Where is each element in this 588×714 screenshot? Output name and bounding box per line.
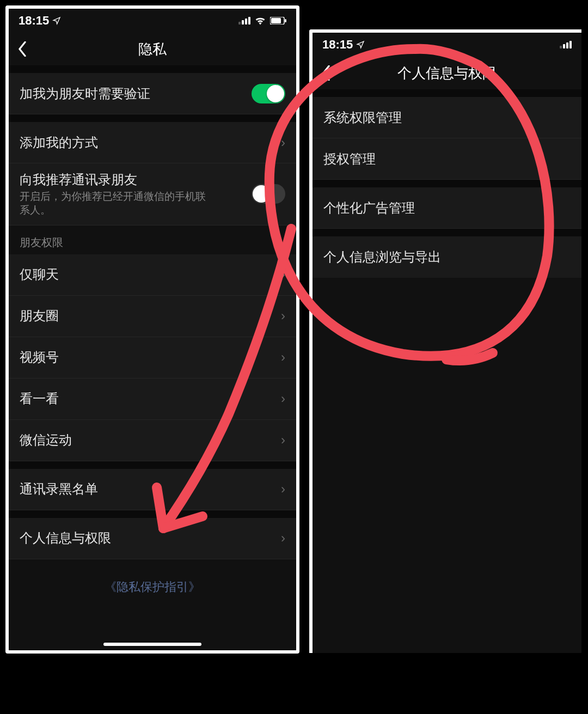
- back-button[interactable]: [313, 57, 340, 89]
- row-label: 个性化广告管理: [323, 199, 571, 216]
- row-label: 视频号: [20, 349, 281, 365]
- home-indicator[interactable]: [103, 643, 201, 646]
- chevron-right-icon: ›: [281, 391, 285, 406]
- chevron-right-icon: ›: [281, 308, 285, 324]
- signal-icon: [560, 41, 572, 48]
- row-chat-only[interactable]: 仅聊天 ›: [9, 254, 296, 296]
- row-recommend-contacts[interactable]: 向我推荐通讯录朋友 开启后，为你推荐已经开通微信的手机联系人。: [9, 163, 296, 225]
- row-subtitle: 开启后，为你推荐已经开通微信的手机联系人。: [20, 190, 252, 217]
- settings-list: 加我为朋友时需要验证 添加我的方式 › 向我推荐通讯录朋友 开启后，为你推荐已经…: [9, 65, 296, 606]
- row-personal-data-export[interactable]: 个人信息浏览与导出: [313, 236, 581, 278]
- row-system-permissions[interactable]: 系统权限管理: [313, 97, 581, 138]
- status-time: 18:15: [19, 14, 49, 28]
- row-channels[interactable]: 视频号 ›: [9, 337, 296, 379]
- row-moments[interactable]: 朋友圈 ›: [9, 296, 296, 337]
- chevron-right-icon: ›: [281, 432, 285, 448]
- nav-bar: 隐私: [9, 33, 296, 65]
- chevron-right-icon: ›: [281, 350, 285, 365]
- row-blacklist[interactable]: 通讯录黑名单 ›: [9, 469, 296, 510]
- chevron-right-icon: ›: [281, 267, 285, 282]
- section-gap: [9, 65, 296, 73]
- toggle-verify[interactable]: [252, 84, 285, 103]
- nav-bar: 个人信息与权限: [313, 57, 581, 89]
- row-personal-info-permissions[interactable]: 个人信息与权限 ›: [9, 518, 296, 559]
- svg-rect-2: [285, 19, 286, 22]
- row-label: 添加我的方式: [20, 134, 281, 151]
- location-icon: [52, 16, 61, 25]
- row-add-ways[interactable]: 添加我的方式 ›: [9, 122, 296, 163]
- section-gap: [313, 180, 581, 187]
- section-gap: [9, 461, 296, 469]
- back-button[interactable]: [9, 33, 36, 65]
- phone-screenshot-personal-info: 18:15 个人信息与权限 系统权限管理 授权管理 个性化广告管理: [309, 29, 581, 653]
- svg-rect-1: [271, 18, 281, 23]
- row-label: 看一看: [20, 390, 281, 407]
- section-header-friends: 朋友权限: [9, 225, 296, 254]
- row-topstories[interactable]: 看一看 ›: [9, 379, 296, 420]
- status-bar: 18:15: [313, 33, 581, 57]
- status-time: 18:15: [322, 38, 353, 52]
- row-verify-add-friend[interactable]: 加我为朋友时需要验证: [9, 73, 296, 114]
- section-gap: [313, 229, 581, 236]
- status-time-group: 18:15: [19, 14, 61, 28]
- row-wechat-sports[interactable]: 微信运动 ›: [9, 420, 296, 461]
- chevron-right-icon: ›: [281, 135, 285, 150]
- section-gap: [9, 114, 296, 122]
- row-label: 系统权限管理: [323, 109, 571, 126]
- row-personalized-ads[interactable]: 个性化广告管理: [313, 187, 581, 229]
- section-gap: [313, 89, 581, 97]
- status-right: [560, 41, 572, 48]
- row-auth-management[interactable]: 授权管理: [313, 138, 581, 180]
- chevron-right-icon: ›: [281, 481, 285, 497]
- page-title: 个人信息与权限: [313, 64, 581, 83]
- location-icon: [356, 40, 365, 49]
- chevron-right-icon: ›: [281, 530, 285, 546]
- row-label: 个人信息与权限: [20, 529, 281, 546]
- row-label: 通讯录黑名单: [20, 480, 281, 497]
- battery-icon: [270, 17, 286, 25]
- row-label: 授权管理: [323, 150, 571, 167]
- status-time-group: 18:15: [322, 38, 365, 52]
- status-bar: 18:15: [9, 9, 296, 33]
- row-label: 朋友圈: [20, 307, 281, 324]
- privacy-guide-link[interactable]: 《隐私保护指引》: [9, 559, 296, 606]
- phone-screenshot-privacy: 18:15 隐私 加我为朋友时需要验证: [5, 5, 299, 654]
- status-right: [238, 16, 286, 25]
- signal-icon: [238, 17, 250, 25]
- row-label: 仅聊天: [20, 266, 281, 283]
- row-label: 向我推荐通讯录朋友: [20, 171, 252, 188]
- row-label: 微信运动: [20, 431, 281, 448]
- wifi-icon: [255, 16, 266, 25]
- section-gap: [9, 510, 296, 518]
- row-label: 加我为朋友时需要验证: [20, 85, 252, 102]
- row-label: 个人信息浏览与导出: [323, 248, 571, 265]
- settings-list: 系统权限管理 授权管理 个性化广告管理 个人信息浏览与导出: [313, 89, 581, 278]
- page-title: 隐私: [9, 40, 296, 59]
- toggle-recommend[interactable]: [252, 184, 285, 204]
